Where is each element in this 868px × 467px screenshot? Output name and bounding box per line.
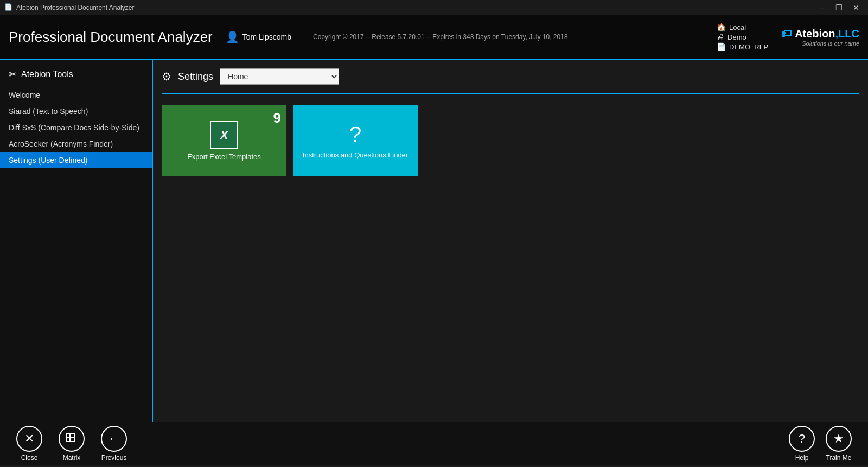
help-button[interactable]: ? Help [789, 426, 815, 462]
question-mark-icon: ? [349, 122, 361, 147]
home-icon: 🏠 [717, 23, 726, 31]
sidebar-item-welcome[interactable]: Welcome [0, 87, 152, 103]
brand-tagline: Solutions is our name [802, 40, 859, 47]
close-label: Close [21, 454, 38, 462]
title-bar: 📄 Atebion Professional Document Analyzer… [0, 0, 868, 15]
matrix-button[interactable]: Matrix [59, 426, 85, 462]
local-link[interactable]: 🏠 Local [717, 23, 768, 31]
brand-name: 🏷 Atebion,LLC [781, 28, 859, 40]
close-button[interactable]: ✕ Close [16, 426, 42, 462]
demo-label: Demo [727, 33, 746, 41]
train-me-button[interactable]: ★ Train Me [826, 426, 852, 462]
header: Professional Document Analyzer 👤 Tom Lip… [0, 15, 868, 60]
svg-rect-3 [71, 438, 74, 441]
help-label: Help [795, 454, 809, 462]
tiles-area: 9 X Export Excel Templates ? Instruction… [162, 105, 859, 176]
brand-icon: 🏷 [781, 28, 795, 40]
sidebar-item-settings[interactable]: Settings (User Defined) [0, 152, 152, 168]
instructions-finder-label: Instructions and Questions Finder [303, 151, 408, 159]
user-name: Tom Lipscomb [242, 33, 291, 41]
title-bar-text: Atebion Professional Document Analyzer [16, 4, 134, 11]
previous-circle: ← [101, 426, 127, 452]
svg-rect-2 [66, 438, 70, 441]
wrench-icon: ✂ [9, 68, 17, 80]
minimize-button[interactable]: ─ [814, 2, 829, 14]
footer: ✕ Close Matrix ← Previous ? Help ★ Train… [0, 422, 868, 465]
close-circle: ✕ [16, 426, 42, 452]
tools-header: ✂ Atebion Tools [0, 64, 152, 87]
copyright-text: Copyright © 2017 -- Release 5.7.20.01 --… [313, 33, 568, 41]
sidebar-item-siarad[interactable]: Siarad (Text to Speech) [0, 103, 152, 119]
brand: 🏷 Atebion,LLC Solutions is our name [781, 28, 859, 47]
export-excel-tile[interactable]: 9 X Export Excel Templates [162, 105, 286, 176]
settings-bar: ⚙ Settings Home Option 1 Option 2 [162, 68, 859, 94]
content-area: ⚙ Settings Home Option 1 Option 2 9 X Ex… [153, 60, 868, 422]
sidebar: ✂ Atebion Tools Welcome Siarad (Text to … [0, 60, 152, 422]
export-excel-label: Export Excel Templates [187, 153, 261, 161]
window-controls: ─ ❐ ✕ [814, 2, 864, 14]
header-links: 🏠 Local 🖨 Demo 📄 DEMO_RFP [717, 23, 768, 51]
printer-icon: 🖨 [717, 33, 724, 41]
app-icon: 📄 [4, 3, 13, 12]
maximize-button[interactable]: ❐ [831, 2, 846, 14]
user-icon: 👤 [226, 30, 239, 43]
demo-rfp-label: DEMO_RFP [729, 43, 768, 51]
settings-dropdown[interactable]: Home Option 1 Option 2 [220, 68, 339, 85]
svg-rect-0 [66, 433, 70, 437]
footer-right-buttons: ? Help ★ Train Me [789, 426, 852, 462]
matrix-grid-icon [65, 432, 78, 445]
sidebar-item-acroseeker[interactable]: AcroSeeker (Acronyms Finder) [0, 136, 152, 152]
previous-label: Previous [101, 454, 127, 462]
excel-icon: X [210, 121, 238, 149]
previous-button[interactable]: ← Previous [101, 426, 127, 462]
main-layout: ✂ Atebion Tools Welcome Siarad (Text to … [0, 60, 868, 422]
document-icon: 📄 [717, 42, 726, 51]
demo-link[interactable]: 🖨 Demo [717, 33, 768, 41]
train-me-circle: ★ [826, 426, 852, 452]
gear-icon: ⚙ [162, 70, 171, 83]
demo-rfp-link[interactable]: 📄 DEMO_RFP [717, 42, 768, 51]
instructions-finder-tile[interactable]: ? Instructions and Questions Finder [293, 105, 418, 176]
sidebar-item-diff[interactable]: Diff SxS (Compare Docs Side-by-Side) [0, 119, 152, 136]
user-section: 👤 Tom Lipscomb [226, 30, 291, 43]
train-me-label: Train Me [826, 454, 852, 462]
header-right: 🏠 Local 🖨 Demo 📄 DEMO_RFP 🏷 Atebion,LLC … [717, 23, 859, 51]
close-window-button[interactable]: ✕ [848, 2, 864, 14]
app-title: Professional Document Analyzer [9, 29, 213, 46]
matrix-circle [59, 426, 85, 452]
settings-label: Settings [178, 71, 213, 83]
tile-badge-9: 9 [273, 110, 281, 127]
help-circle: ? [789, 426, 815, 452]
svg-rect-1 [71, 433, 74, 437]
matrix-label: Matrix [63, 454, 81, 462]
local-label: Local [729, 23, 746, 31]
tools-label: Atebion Tools [21, 70, 73, 79]
